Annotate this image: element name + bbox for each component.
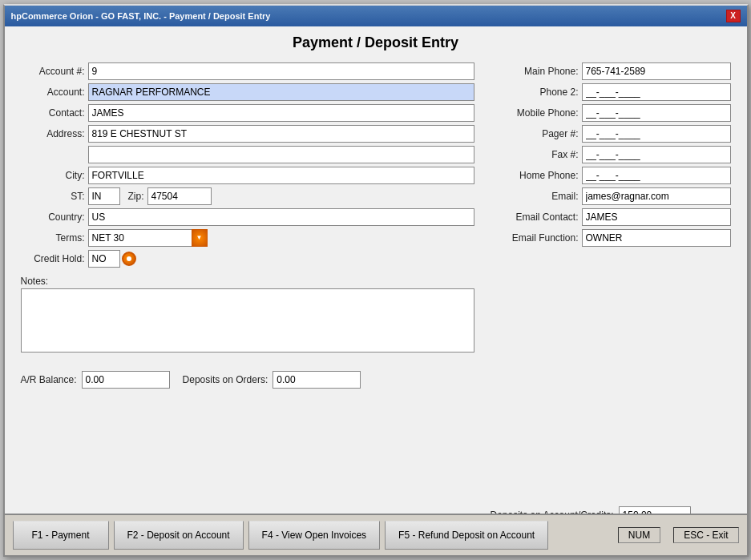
esc-status: ESC - Exit (673, 527, 738, 543)
email-input[interactable] (582, 187, 731, 205)
f1-payment-button[interactable]: F1 - Payment (13, 521, 109, 550)
contact-input[interactable] (88, 104, 474, 122)
terms-dropdown-button[interactable] (192, 229, 208, 247)
fax-row: Fax #: (491, 146, 731, 163)
email-contact-input[interactable] (582, 208, 731, 226)
email-function-label: Email Function: (491, 232, 579, 244)
ar-balance-input[interactable] (82, 371, 170, 389)
main-phone-label: Main Phone: (491, 66, 579, 77)
home-phone-label: Home Phone: (491, 170, 579, 181)
terms-label: Terms: (21, 232, 85, 244)
email-contact-row: Email Contact: (491, 208, 731, 226)
pager-row: Pager #: (491, 125, 731, 143)
num-status: NUM (618, 527, 660, 543)
main-phone-input[interactable] (582, 62, 731, 80)
phone2-input[interactable] (582, 83, 731, 101)
credit-hold-label: Credit Hold: (21, 253, 85, 264)
account-name-label: Account: (21, 87, 85, 98)
account-name-row: Account: (21, 83, 474, 101)
address-label: Address: (21, 128, 85, 139)
terms-dropdown-wrapper (88, 229, 208, 247)
account-number-input[interactable] (88, 62, 474, 80)
terms-input[interactable] (88, 229, 192, 247)
mobile-phone-label: Mobile Phone: (491, 107, 579, 119)
f5-refund-deposit-button[interactable]: F5 - Refund Deposit on Account (385, 521, 548, 550)
fax-input[interactable] (582, 146, 731, 163)
phone2-label: Phone 2: (491, 87, 579, 98)
st-label: ST: (21, 191, 85, 202)
contact-label: Contact: (21, 107, 85, 119)
address1-input[interactable] (88, 125, 474, 143)
deposits-orders-item: Deposits on Orders: (183, 371, 361, 389)
email-function-input[interactable] (582, 229, 731, 247)
email-function-row: Email Function: (491, 229, 731, 247)
right-column: Main Phone: Phone 2: Mobile Phone: Pager… (491, 62, 731, 514)
deposits-credits-item: Deposits on Account/Credits: (491, 506, 731, 514)
email-row: Email: (491, 187, 731, 205)
content-area: Payment / Deposit Entry Account #: Accou… (5, 26, 747, 514)
f4-view-invoices-button[interactable]: F4 - View Open Invoices (248, 521, 381, 550)
city-row: City: (21, 167, 474, 184)
mobile-phone-input[interactable] (582, 104, 731, 122)
deposits-orders-label: Deposits on Orders: (183, 374, 269, 385)
notes-section: Notes: (21, 276, 474, 355)
close-button[interactable]: X (726, 10, 741, 22)
contact-row: Contact: (21, 104, 474, 122)
email-contact-label: Email Contact: (491, 212, 579, 223)
city-input[interactable] (88, 167, 474, 184)
credit-hold-input[interactable] (88, 250, 120, 268)
footer-status: NUM ESC - Exit (618, 527, 739, 543)
account-number-label: Account #: (21, 66, 85, 77)
title-bar: hpCommerce Orion - GO FAST, INC. - Payme… (5, 6, 747, 26)
city-label: City: (21, 170, 85, 181)
main-window: hpCommerce Orion - GO FAST, INC. - Payme… (3, 4, 749, 557)
country-input[interactable] (88, 208, 474, 226)
page-title: Payment / Deposit Entry (21, 34, 731, 51)
mobile-phone-row: Mobile Phone: (491, 104, 731, 122)
credit-hold-radio[interactable] (122, 252, 136, 266)
footer-buttons: F1 - Payment F2 - Deposit on Account F4 … (13, 521, 549, 550)
address2-row (88, 146, 474, 163)
ar-balance-label: A/R Balance: (21, 374, 77, 385)
state-input[interactable] (88, 187, 120, 205)
form-area: Account #: Account: Contact: Address: (21, 62, 731, 514)
email-label: Email: (491, 191, 579, 202)
credit-hold-row: Credit Hold: (21, 250, 474, 268)
pager-label: Pager #: (491, 128, 579, 139)
fax-label: Fax #: (491, 149, 579, 160)
st-zip-row: ST: Zip: (21, 187, 474, 205)
left-column: Account #: Account: Contact: Address: (21, 62, 474, 514)
deposits-credits-input[interactable] (619, 506, 691, 514)
address1-row: Address: (21, 125, 474, 143)
country-row: Country: (21, 208, 474, 226)
balance-row: A/R Balance: Deposits on Orders: (21, 366, 474, 393)
country-label: Country: (21, 212, 85, 223)
f2-deposit-button[interactable]: F2 - Deposit on Account (114, 521, 244, 550)
pager-input[interactable] (582, 125, 731, 143)
phone2-row: Phone 2: (491, 83, 731, 101)
zip-input[interactable] (147, 187, 212, 205)
credit-hold-wrapper (88, 250, 136, 268)
footer-bar: F1 - Payment F2 - Deposit on Account F4 … (5, 514, 747, 555)
title-bar-text: hpCommerce Orion - GO FAST, INC. - Payme… (11, 11, 271, 21)
home-phone-row: Home Phone: (491, 167, 731, 184)
deposits-credits-area: Deposits on Account/Credits: (491, 250, 731, 514)
deposits-orders-input[interactable] (273, 371, 361, 389)
ar-balance-item: A/R Balance: (21, 371, 170, 389)
account-number-row: Account #: (21, 62, 474, 80)
home-phone-input[interactable] (582, 167, 731, 184)
zip-label: Zip: (128, 191, 144, 202)
account-name-input[interactable] (88, 83, 474, 101)
main-phone-row: Main Phone: (491, 62, 731, 80)
address2-input[interactable] (88, 146, 474, 163)
notes-textarea[interactable] (21, 288, 474, 353)
terms-row: Terms: (21, 229, 474, 247)
notes-label: Notes: (21, 276, 474, 287)
